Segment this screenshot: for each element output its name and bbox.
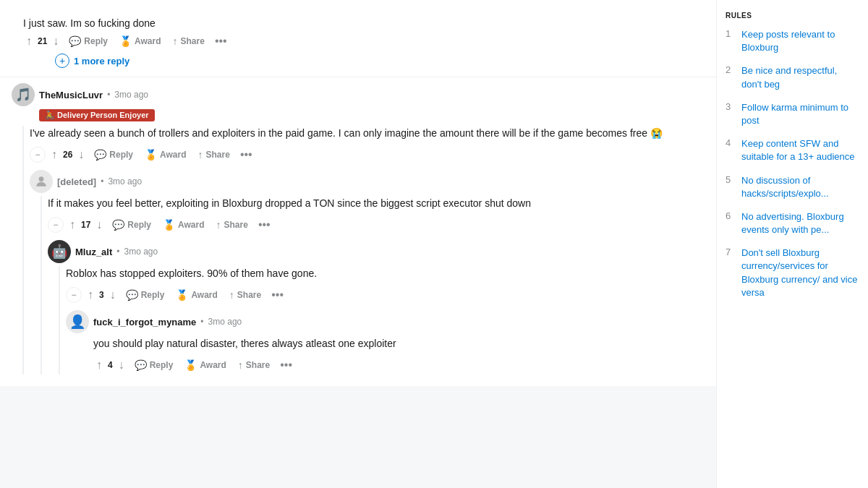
timestamp: 3mo ago — [114, 90, 148, 100]
award-icon: 🏅 — [145, 149, 157, 160]
username: Mluz_alt — [75, 247, 112, 257]
rule-text[interactable]: Follow karma minimum to post — [741, 101, 859, 127]
user-flair: 🚴 Delivery Person Enjoyer — [39, 109, 155, 121]
share-button[interactable]: ↑ Share — [234, 356, 274, 374]
more-reply-section: + 1 more reply — [12, 51, 705, 74]
reply1-nested: If it makes you feel better, exploiting … — [48, 196, 705, 374]
upvote-button[interactable]: ↑ — [67, 215, 78, 234]
downvote-button[interactable]: ↓ — [116, 356, 127, 374]
award-button[interactable]: 🏅 Award — [140, 146, 190, 163]
downvote-button[interactable]: ↓ — [107, 286, 119, 304]
award-button[interactable]: 🏅 Award — [115, 33, 165, 50]
more-options-button[interactable]: ••• — [237, 145, 255, 164]
vote-section: ↑ 4 ↓ — [93, 356, 127, 374]
vote-count: 3 — [99, 290, 104, 300]
timestamp: 3mo ago — [208, 317, 242, 327]
rule-item: 6 No advertising. Bloxburg events only w… — [726, 210, 859, 236]
reply-icon: 💬 — [135, 359, 147, 371]
reply-button[interactable]: 💬 Reply — [108, 216, 156, 234]
sidebar: RULES 1 Keep posts relevant to Bloxburg … — [716, 0, 868, 488]
reply-button[interactable]: 💬 Reply — [130, 356, 178, 374]
comment-header: 🎵 TheMusicLuvr • 3mo ago — [12, 83, 705, 106]
more-options-button[interactable]: ••• — [255, 215, 273, 234]
rule-number: 3 — [726, 101, 734, 112]
collapse-button[interactable]: − — [30, 147, 46, 163]
share-button[interactable]: ↑ Share — [169, 33, 209, 50]
comment-body: I've already seen a bunch of trollers an… — [30, 126, 705, 141]
rule-number: 1 — [726, 28, 734, 39]
collapse-button[interactable]: − — [66, 287, 82, 303]
rules-list: 1 Keep posts relevant to Bloxburg 2 Be n… — [726, 28, 859, 299]
reply-icon: 💬 — [69, 35, 81, 47]
award-button[interactable]: 🏅 Award — [180, 356, 230, 374]
vote-count: 17 — [81, 220, 90, 230]
rule-text[interactable]: No advertising. Bloxburg events only wit… — [741, 210, 859, 236]
more-options-button[interactable]: ••• — [268, 286, 286, 304]
reply2-body: Roblox has stopped exploiters. 90% of th… — [66, 266, 705, 281]
rule-text[interactable]: Be nice and respectful, don't beg — [741, 64, 859, 90]
rule-number: 4 — [726, 137, 734, 148]
rule-number: 2 — [726, 64, 734, 75]
upvote-button[interactable]: ↑ — [48, 145, 60, 164]
reply3-actions: ↑ 4 ↓ 💬 Reply — [93, 356, 705, 374]
flair-row: 🚴 Delivery Person Enjoyer — [12, 109, 705, 121]
sidebar-title: RULES — [726, 12, 859, 20]
vote-count: 21 — [38, 36, 47, 46]
expand-replies-icon[interactable]: + — [55, 53, 69, 68]
share-button[interactable]: ↑ Share — [212, 216, 252, 234]
rule-item: 5 No discussion of hacks/scripts/explo..… — [726, 174, 859, 200]
upvote-button[interactable]: ↑ — [85, 286, 96, 304]
rule-text[interactable]: No discussion of hacks/scripts/explo... — [741, 174, 859, 200]
downvote-button[interactable]: ↓ — [50, 32, 61, 51]
username: TheMusicLuvr — [39, 90, 103, 100]
rule-text[interactable]: Don't sell Bloxburg currency/services fo… — [741, 247, 859, 299]
reply-icon: 💬 — [94, 149, 106, 160]
reply2-container: 🤖 Mluz_alt • 3mo ago — [48, 240, 705, 374]
main-comment-container: 🎵 TheMusicLuvr • 3mo ago 🚴 Delivery Pers… — [0, 77, 716, 380]
award-icon: 🏅 — [119, 35, 132, 47]
rule-text[interactable]: Keep posts relevant to Bloxburg — [741, 28, 859, 54]
timestamp: 3mo ago — [108, 176, 142, 187]
collapse-button[interactable]: − — [48, 217, 64, 233]
share-button[interactable]: ↑ Share — [194, 146, 234, 163]
share-icon: ↑ — [238, 359, 243, 371]
comment-actions: − ↑ 26 ↓ 💬 Reply 🏅 Award — [30, 145, 705, 164]
rule-item: 2 Be nice and respectful, don't beg — [726, 64, 859, 90]
more-reply-link[interactable]: 1 more reply — [74, 56, 129, 67]
avatar: 🤖 — [48, 240, 71, 263]
share-icon: ↑ — [173, 35, 178, 47]
rule-number: 7 — [726, 247, 734, 257]
award-button[interactable]: 🏅 Award — [158, 216, 208, 234]
share-button[interactable]: ↑ Share — [225, 286, 265, 304]
rule-text[interactable]: Keep content SFW and suitable for a 13+ … — [741, 137, 859, 163]
reply-button[interactable]: 💬 Reply — [64, 33, 112, 50]
share-icon: ↑ — [229, 289, 234, 301]
reply2-header: 🤖 Mluz_alt • 3mo ago — [48, 240, 705, 263]
upvote-button[interactable]: ↑ — [93, 356, 105, 374]
reply1-thread: If it makes you feel better, exploiting … — [30, 196, 705, 374]
avatar: 🎵 — [12, 83, 35, 106]
more-options-button[interactable]: ••• — [277, 356, 295, 374]
reply3-header: 👤 fuck_i_forgot_myname • 3mo ago — [66, 310, 705, 333]
reply-icon: 💬 — [112, 219, 124, 231]
award-icon: 🏅 — [184, 359, 197, 371]
upvote-button[interactable]: ↑ — [23, 32, 35, 51]
thread-line[interactable] — [22, 126, 24, 374]
reply1-container: [deleted] • 3mo ago If it makes you feel… — [30, 170, 705, 374]
top-comment: I just saw. Im so fucking done ↑ 21 ↓ 💬 … — [0, 6, 716, 77]
reply1-actions: − ↑ 17 ↓ 💬 Reply — [48, 215, 705, 234]
thread-line[interactable] — [59, 266, 60, 374]
vote-section: ↑ 17 ↓ — [67, 215, 105, 234]
username: fuck_i_forgot_myname — [93, 317, 196, 328]
award-button[interactable]: 🏅 Award — [171, 286, 221, 304]
downvote-button[interactable]: ↓ — [75, 145, 87, 164]
thread-line[interactable] — [41, 196, 42, 374]
reply2-nested: Roblox has stopped exploiters. 90% of th… — [66, 266, 705, 374]
reply1-body: If it makes you feel better, exploiting … — [48, 196, 705, 211]
reply-button[interactable]: 💬 Reply — [122, 286, 169, 304]
reply-button[interactable]: 💬 Reply — [90, 146, 137, 163]
rule-number: 6 — [726, 210, 734, 221]
more-options-button[interactable]: ••• — [212, 32, 230, 51]
downvote-button[interactable]: ↓ — [93, 215, 105, 234]
timestamp: 3mo ago — [124, 247, 158, 257]
